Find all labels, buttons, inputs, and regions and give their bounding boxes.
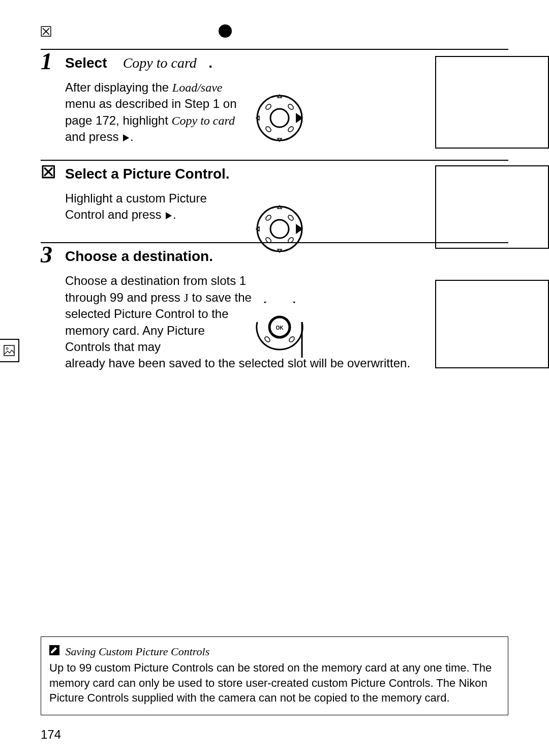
body-text: Highlight a custom Picture Control and p… <box>65 191 207 221</box>
body-italic: Copy to card <box>172 114 235 127</box>
ok-symbol: J <box>184 291 189 304</box>
body-text: . <box>173 208 176 221</box>
svg-point-12 <box>265 237 272 244</box>
step-heading-italic: Copy to card <box>123 55 197 71</box>
body-text: . <box>130 130 134 143</box>
multi-selector-right-icon <box>254 93 305 143</box>
svg-rect-0 <box>4 345 14 356</box>
svg-point-5 <box>287 103 294 110</box>
right-arrow-icon <box>165 212 173 220</box>
body-italic: Load/save <box>172 81 223 94</box>
body-text: and press <box>65 130 122 143</box>
note-body: Up to 99 custom Picture Controls can be … <box>49 660 500 706</box>
right-arrow-icon <box>122 134 130 142</box>
photo-tab-icon <box>4 345 15 356</box>
step-number: 1 <box>41 48 52 75</box>
step-number: 3 <box>41 241 52 268</box>
step-heading-tail: . <box>208 55 212 71</box>
step-heading-bold: Select <box>65 55 107 71</box>
svg-point-11 <box>287 214 294 221</box>
body-text: already have been saved to the selected … <box>65 356 410 370</box>
svg-point-2 <box>257 96 302 140</box>
page-number: 174 <box>41 728 61 742</box>
note-box: Saving Custom Picture Controls Up to 99 … <box>41 636 508 715</box>
svg-point-17 <box>288 336 295 343</box>
top-corner-glyph: ☒ <box>40 23 52 40</box>
multi-selector-ok-icon: OK <box>254 302 305 358</box>
svg-point-8 <box>257 207 302 251</box>
screenshot-placeholder <box>435 56 549 149</box>
svg-point-1 <box>6 347 8 350</box>
step-body: Highlight a custom Picture Control and p… <box>65 190 248 223</box>
svg-point-3 <box>270 109 289 127</box>
svg-point-10 <box>265 214 272 221</box>
svg-point-6 <box>265 126 272 133</box>
step-body: Choose a destination from slots 1 throug… <box>65 273 441 371</box>
section-dot-icon <box>219 24 232 38</box>
note-title: Saving Custom Picture Controls <box>49 644 500 659</box>
step-body: After displaying the Load/save menu as d… <box>65 79 248 146</box>
manual-page: ☒ 1 Select Copy to card . After displayi… <box>0 0 549 756</box>
svg-point-13 <box>287 237 294 244</box>
side-tab <box>0 339 19 362</box>
body-text: After displaying the <box>65 80 172 94</box>
multi-selector-right-icon <box>254 203 305 254</box>
note-pencil-icon <box>49 645 59 655</box>
screenshot-placeholder <box>435 280 549 368</box>
screenshot-placeholder <box>435 165 549 249</box>
svg-point-16 <box>264 336 271 343</box>
svg-point-7 <box>287 126 294 133</box>
note-title-text: Saving Custom Picture Controls <box>66 645 210 658</box>
step-number: ☒ <box>41 162 56 182</box>
svg-point-4 <box>265 103 272 110</box>
svg-point-9 <box>270 220 289 238</box>
svg-text:OK: OK <box>276 325 284 331</box>
